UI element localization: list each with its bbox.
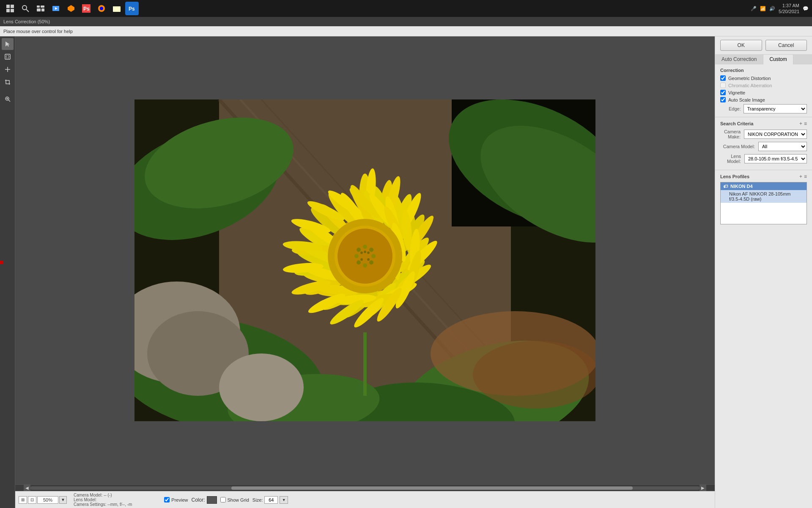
profiles-title: Lens Profiles [720, 174, 749, 179]
profiles-add-icon[interactable]: + [799, 174, 802, 179]
h-scrollbar[interactable]: ◀ ▶ [15, 484, 715, 491]
tool-distort[interactable] [2, 51, 14, 63]
zoom-actual[interactable]: ⊡ [28, 496, 36, 504]
scroll-right[interactable]: ▶ [700, 485, 706, 491]
left-toolbar [0, 36, 15, 508]
vignette-checkbox[interactable] [720, 90, 726, 95]
color-swatch[interactable] [207, 496, 217, 504]
preview-checkbox-group[interactable]: Preview [164, 497, 188, 502]
right-panel: OK Cancel Auto Correction Custom Correct… [715, 36, 812, 508]
camera-model-row: Camera Model: All [720, 142, 807, 151]
media-icon[interactable] [49, 2, 63, 15]
svg-rect-18 [113, 6, 116, 8]
zoom-dropdown[interactable]: ▼ [59, 496, 67, 504]
show-grid-label[interactable]: Show Grid [228, 497, 249, 502]
svg-text:Ps: Ps [83, 6, 90, 12]
svg-point-45 [473, 341, 595, 409]
taskview-icon[interactable] [34, 2, 47, 15]
ok-button[interactable]: OK [720, 40, 762, 51]
svg-rect-1 [11, 5, 14, 8]
search-criteria-section: Search Criteria + ≡ Camera Make: NIKON C… [715, 117, 812, 170]
search-add-icon[interactable]: + [799, 121, 802, 127]
svg-point-125 [354, 254, 359, 258]
profile-item-nikkor[interactable]: Nikon AF NIKKOR 28-105mm f/3.5-4.5D (raw… [721, 190, 807, 203]
firefox-icon[interactable] [95, 2, 108, 15]
geometric-checkbox[interactable] [720, 75, 726, 81]
profile-group-label: NIKON D4 [730, 184, 753, 189]
svg-point-122 [369, 260, 373, 265]
svg-rect-7 [41, 6, 44, 8]
geometric-label[interactable]: Geometric Distortion [728, 76, 771, 81]
color-group: Color: [191, 496, 217, 504]
auto-scale-row: Auto Scale Image [720, 97, 807, 102]
lens-model-row: Lens Model: 28.0-105.0 mm f/3.5-4.5 [720, 154, 807, 164]
3d-icon[interactable] [64, 2, 78, 15]
ps-main-icon[interactable]: Ps [125, 2, 139, 15]
vignette-row: Vignette [720, 90, 807, 95]
window-title: Lens Correction (50%) [3, 19, 50, 24]
preview-checkbox[interactable] [164, 497, 170, 502]
svg-point-124 [357, 260, 361, 265]
show-grid-group[interactable]: Show Grid [220, 497, 249, 502]
search-icons: + ≡ [799, 121, 807, 127]
cancel-button[interactable]: Cancel [765, 40, 807, 51]
help-text: Place mouse over control for help [3, 29, 73, 34]
show-grid-checkbox[interactable] [220, 497, 226, 502]
scrollbar-track[interactable] [30, 486, 700, 490]
profiles-menu-icon[interactable]: ≡ [804, 174, 807, 179]
ps-alt-icon[interactable]: Ps [80, 2, 93, 15]
lens-profiles-section: Lens Profiles + ≡ 🏷 NIKON D4 Nikon AF NI… [715, 170, 812, 508]
profiles-header: Lens Profiles + ≡ [720, 174, 807, 179]
svg-point-43 [219, 353, 304, 421]
edge-select[interactable]: Transparency Edge Extension Black White [743, 104, 807, 113]
taskbar-clock: 1:37 AM 5/20/2021 [779, 3, 799, 15]
color-label: Color: [191, 497, 205, 503]
camera-model-select[interactable]: All [758, 142, 807, 151]
edge-label: Edge: [729, 106, 741, 111]
tab-custom[interactable]: Custom [763, 54, 793, 64]
main-window: Lens Correction (50%) Place mouse over c… [0, 17, 812, 508]
zoom-controls: ⊞ ⊡ 50% ▼ [19, 496, 67, 504]
tool-arrow[interactable] [2, 38, 14, 50]
tool-crop[interactable] [2, 76, 14, 88]
zoom-display: 50% [37, 496, 58, 504]
lens-model-label: Lens Model: [720, 154, 744, 164]
scroll-left[interactable]: ◀ [24, 485, 30, 491]
panel-tabs: Auto Correction Custom [715, 54, 812, 64]
canvas-container[interactable] [15, 36, 715, 484]
correction-section: Correction Geometric Distortion Chromati… [715, 64, 812, 117]
size-dropdown[interactable]: ▼ [280, 496, 288, 504]
auto-scale-checkbox[interactable] [720, 97, 726, 102]
help-bar: Place mouse over control for help [0, 26, 812, 36]
search-menu-icon[interactable]: ≡ [804, 121, 807, 127]
profile-item-label: Nikon AF NIKKOR 28-105mm f/3.5-4.5D (raw… [729, 191, 791, 202]
svg-rect-20 [5, 54, 10, 59]
tool-straighten[interactable] [2, 64, 14, 75]
size-group: Size: ▼ [252, 496, 288, 504]
search-header: Search Criteria + ≡ [720, 121, 807, 127]
svg-text:Ps: Ps [129, 6, 135, 12]
geometric-distortion-row: Geometric Distortion [720, 75, 807, 81]
svg-point-130 [364, 251, 366, 253]
zoom-fit[interactable]: ⊞ [19, 496, 27, 504]
preview-label[interactable]: Preview [171, 497, 188, 502]
auto-scale-label[interactable]: Auto Scale Image [728, 97, 765, 102]
svg-rect-2 [6, 9, 10, 12]
vignette-label[interactable]: Vignette [728, 90, 745, 95]
tab-auto-correction[interactable]: Auto Correction [715, 54, 763, 64]
size-input[interactable] [264, 496, 278, 504]
folder-icon[interactable] [110, 2, 123, 15]
svg-point-126 [360, 251, 363, 254]
volume-icon: 🔊 [769, 6, 775, 11]
start-icon[interactable] [3, 2, 17, 15]
lens-model-select[interactable]: 28.0-105.0 mm f/3.5-4.5 [744, 154, 807, 163]
search-taskbar-icon[interactable] [19, 2, 32, 15]
profiles-list: 🏷 NIKON D4 Nikon AF NIKKOR 28-105mm f/3.… [720, 182, 807, 224]
correction-title: Correction [720, 68, 807, 73]
taskbar-right: 🎤 📶 🔊 1:37 AM 5/20/2021 💬 [751, 3, 809, 15]
camera-make-select[interactable]: NIKON CORPORATION [744, 130, 807, 139]
scrollbar-thumb[interactable] [231, 486, 633, 490]
svg-rect-8 [37, 8, 41, 11]
svg-rect-0 [6, 5, 10, 8]
tool-zoom[interactable] [2, 93, 14, 105]
